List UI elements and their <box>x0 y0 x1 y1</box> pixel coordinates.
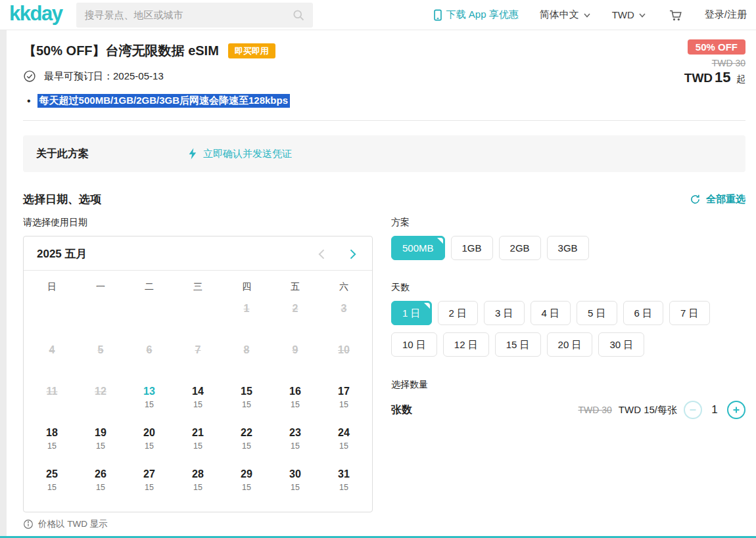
refresh-icon <box>690 194 701 205</box>
day-number: 18 <box>46 427 58 439</box>
calendar-day-7: 7 <box>174 338 222 380</box>
reset-all-label: 全部重选 <box>706 193 745 206</box>
download-app-link[interactable]: 下载 App 享优惠 <box>433 9 519 21</box>
day-option-7日[interactable]: 7 日 <box>669 301 710 325</box>
plan-option-500mb[interactable]: 500MB <box>391 236 445 260</box>
day-price: 15 <box>145 400 154 409</box>
day-price: 15 <box>291 400 300 409</box>
current-price: TWD15 起 <box>684 69 745 86</box>
day-price: 15 <box>145 441 154 451</box>
day-option-3日[interactable]: 3 日 <box>484 301 525 325</box>
chevron-down-icon <box>638 11 646 19</box>
day-price: 15 <box>193 441 202 451</box>
discount-badge: 50% OFF <box>688 39 745 55</box>
info-icon <box>23 519 34 529</box>
calendar-day-19[interactable]: 1915 <box>76 421 125 462</box>
calendar-day-30[interactable]: 3015 <box>271 462 319 504</box>
plan-option-3gb[interactable]: 3GB <box>547 236 589 260</box>
calendar-prev-button[interactable] <box>316 248 329 261</box>
day-option-1日[interactable]: 1 日 <box>391 301 432 325</box>
quantity-label: 选择数量 <box>391 379 745 391</box>
calendar-day-13[interactable]: 1315 <box>125 380 174 421</box>
calendar-day-26[interactable]: 2615 <box>76 462 125 504</box>
price-block: 50% OFF TWD 30 TWD15 起 <box>684 39 745 86</box>
calendar-day-29[interactable]: 2915 <box>222 462 271 504</box>
calendar-day-17[interactable]: 1715 <box>319 380 368 421</box>
price-currency: TWD <box>684 71 713 85</box>
day-option-10日[interactable]: 10 日 <box>391 332 437 357</box>
day-option-6日[interactable]: 6 日 <box>623 301 664 325</box>
calendar-weekday-row: 日一二三四五六 <box>24 271 372 297</box>
day-number: 30 <box>289 468 301 480</box>
day-option-30日[interactable]: 30 日 <box>598 332 644 357</box>
calendar-day-25[interactable]: 2515 <box>28 462 76 504</box>
day-options: 1 日2 日3 日4 日5 日6 日7 日10 日12 日15 日20 日30 … <box>391 301 745 364</box>
kkday-logo[interactable]: kkday <box>9 3 62 26</box>
login-label: 登录/注册 <box>705 9 747 21</box>
calendar-day-12: 12 <box>76 380 125 421</box>
calendar-day-20[interactable]: 2015 <box>125 421 174 462</box>
day-number: 21 <box>192 427 204 439</box>
day-number: 6 <box>147 344 153 356</box>
weekday-label: 四 <box>222 281 271 293</box>
instant-confirm-label: 立即确认并发送凭证 <box>203 148 292 160</box>
day-option-2日[interactable]: 2 日 <box>438 301 479 325</box>
day-number: 17 <box>338 386 350 397</box>
calendar-day-18[interactable]: 1815 <box>28 421 76 462</box>
currency-selector[interactable]: TWD <box>612 9 646 20</box>
search-icon[interactable] <box>292 9 305 22</box>
phone-icon <box>433 9 442 21</box>
plan-option-1gb[interactable]: 1GB <box>451 236 493 260</box>
quantity-value: 1 <box>709 403 721 416</box>
calendar-month-title: 2025 五月 <box>37 246 87 261</box>
calendar-day-empty <box>28 297 76 338</box>
login-link[interactable]: 登录/注册 <box>705 9 747 21</box>
calendar-day-24[interactable]: 2415 <box>319 421 368 462</box>
day-option-20日[interactable]: 20 日 <box>547 332 593 357</box>
calendar-day-9: 9 <box>271 338 319 380</box>
calendar-day-31[interactable]: 3115 <box>319 462 368 504</box>
calendar-day-16[interactable]: 1615 <box>271 380 319 421</box>
day-option-5日[interactable]: 5 日 <box>577 301 617 325</box>
calendar-day-22[interactable]: 2215 <box>222 421 271 462</box>
language-selector[interactable]: 简体中文 <box>540 9 591 21</box>
instant-confirm-link[interactable]: 立即确认并发送凭证 <box>187 148 292 160</box>
calendar-day-21[interactable]: 2115 <box>174 421 222 462</box>
header-actions: 下载 App 享优惠 简体中文 TWD 登录/注册 <box>433 7 747 23</box>
calendar-day-1: 1 <box>222 297 271 338</box>
day-option-12日[interactable]: 12 日 <box>443 332 489 357</box>
plan-option-2gb[interactable]: 2GB <box>499 236 541 260</box>
weekday-label: 二 <box>125 281 174 293</box>
calendar-day-15[interactable]: 1515 <box>222 380 271 421</box>
cart-icon[interactable] <box>667 7 684 23</box>
calendar-day-27[interactable]: 2715 <box>125 462 174 504</box>
search-input[interactable] <box>84 9 292 20</box>
original-price: TWD 30 <box>684 58 745 68</box>
day-number: 9 <box>293 344 298 356</box>
date-field-label: 请选择使用日期 <box>23 217 373 229</box>
day-option-4日[interactable]: 4 日 <box>531 301 571 325</box>
calendar-next-button[interactable] <box>346 248 359 261</box>
search-bar[interactable] <box>76 3 313 28</box>
weekday-label: 日 <box>28 281 76 293</box>
calendar-day-28[interactable]: 2815 <box>174 462 222 504</box>
calendar-day-14[interactable]: 1415 <box>174 380 222 421</box>
day-price: 15 <box>47 441 57 451</box>
quantity-increase-button[interactable] <box>727 401 745 419</box>
calendar-day-23[interactable]: 2315 <box>271 421 319 462</box>
day-number: 27 <box>143 468 155 480</box>
currency-label: TWD <box>612 9 634 20</box>
chevron-down-icon <box>583 11 591 19</box>
quantity-decrease-button[interactable] <box>684 401 702 419</box>
day-number: 5 <box>98 344 104 356</box>
day-number: 12 <box>95 386 106 397</box>
weekday-label: 六 <box>319 281 368 293</box>
day-number: 31 <box>338 468 350 480</box>
lightning-icon <box>187 148 198 160</box>
check-circle-icon <box>23 70 36 83</box>
day-price: 15 <box>339 441 348 451</box>
reset-all-button[interactable]: 全部重选 <box>690 193 745 206</box>
day-option-15日[interactable]: 15 日 <box>495 332 541 357</box>
day-number: 25 <box>46 468 58 480</box>
day-number: 26 <box>95 468 106 480</box>
